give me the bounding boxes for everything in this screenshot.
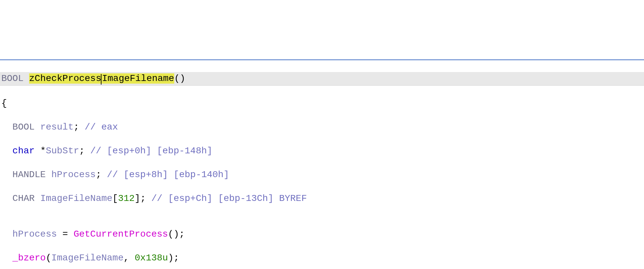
decl-substr: char *SubStr; // [esp+0h] [ebp-148h] xyxy=(0,145,644,157)
function-signature-line[interactable]: BOOL zCheckProcessImageFilename() xyxy=(0,72,644,86)
function-name-highlight: zCheckProcessImageFilename xyxy=(29,73,174,84)
text-cursor xyxy=(101,74,102,85)
decl-imagefilename: CHAR ImageFileName[312]; // [esp+Ch] [eb… xyxy=(0,193,644,205)
decompiler-view[interactable]: BOOL zCheckProcessImageFilename() { BOOL… xyxy=(0,59,644,269)
decl-hprocess: HANDLE hProcess; // [esp+8h] [ebp-140h] xyxy=(0,169,644,181)
paren-pair: () xyxy=(174,73,185,84)
stmt-getcurrentprocess: hProcess = GetCurrentProcess(); xyxy=(0,228,644,240)
brace-open: { xyxy=(0,97,644,109)
decl-result: BOOL result; // eax xyxy=(0,121,644,133)
return-type: BOOL xyxy=(1,73,23,84)
stmt-bzero: _bzero(ImageFileName, 0x138u); xyxy=(0,252,644,264)
